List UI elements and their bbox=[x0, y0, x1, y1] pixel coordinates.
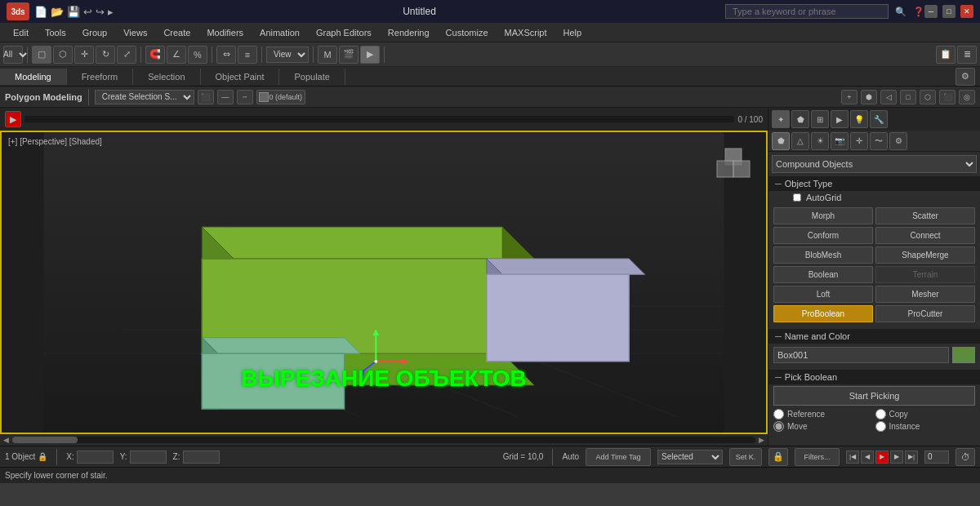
poly-tool1[interactable]: + bbox=[841, 90, 858, 104]
filters-btn[interactable]: Filters... bbox=[795, 448, 840, 466]
mirror-btn[interactable]: ⇔ bbox=[216, 46, 236, 64]
rotate-btn[interactable]: ↻ bbox=[96, 46, 115, 64]
color-swatch[interactable] bbox=[952, 347, 975, 363]
utilities-panel-tab[interactable]: 🔧 bbox=[870, 110, 888, 128]
help-icon[interactable]: ❓ bbox=[913, 7, 924, 17]
dash2-btn[interactable]: ╌ bbox=[237, 90, 253, 104]
menu-help[interactable]: Help bbox=[555, 26, 590, 39]
start-picking-button[interactable]: Start Picking bbox=[773, 386, 975, 406]
display-panel-tab[interactable]: 💡 bbox=[850, 110, 868, 128]
maximize-button[interactable]: □ bbox=[942, 5, 956, 18]
scale-btn[interactable]: ⤢ bbox=[117, 46, 136, 64]
key-lock-btn[interactable]: 🔒 bbox=[768, 448, 788, 466]
next-frame-btn[interactable]: ▶ bbox=[890, 451, 903, 464]
tab-config-btn[interactable]: ⚙ bbox=[956, 68, 975, 86]
reference-option[interactable]: Reference bbox=[773, 409, 874, 419]
poly-tool2[interactable]: ⬢ bbox=[861, 90, 877, 104]
view-dropdown[interactable]: View bbox=[266, 47, 309, 63]
selection-filter-dropdown[interactable]: All bbox=[3, 46, 23, 64]
scroll-thumb[interactable] bbox=[12, 437, 78, 443]
poly-tool5[interactable]: ⬡ bbox=[920, 90, 936, 104]
menu-modifiers[interactable]: Modifiers bbox=[198, 26, 252, 39]
angle-snap-btn[interactable]: ∠ bbox=[167, 46, 186, 64]
layer-btn[interactable]: 📋 bbox=[936, 46, 956, 64]
light-icon[interactable]: ☀ bbox=[811, 132, 829, 150]
select-object-btn[interactable]: ▢ bbox=[32, 46, 51, 64]
align-btn[interactable]: ≡ bbox=[238, 46, 257, 64]
shapemerge-button[interactable]: ShapeMerge bbox=[875, 246, 975, 264]
set-key-btn[interactable]: Set K. bbox=[729, 448, 762, 466]
layer-color-btn[interactable]: 0 (default) bbox=[256, 90, 305, 104]
poly-tool4[interactable]: □ bbox=[900, 90, 916, 104]
create-panel-tab[interactable]: ✦ bbox=[772, 110, 790, 128]
procutter-button[interactable]: ProCutter bbox=[875, 305, 975, 322]
x-input[interactable] bbox=[77, 451, 114, 464]
boolean-button[interactable]: Boolean bbox=[773, 266, 873, 283]
loft-button[interactable]: Loft bbox=[773, 286, 873, 303]
menu-customize[interactable]: Customize bbox=[438, 26, 497, 39]
time-config-btn[interactable]: ⏱ bbox=[956, 448, 975, 466]
go-end-btn[interactable]: ▶| bbox=[905, 451, 918, 464]
frame-input[interactable] bbox=[924, 451, 949, 464]
edit-poly-btn[interactable]: ⬛ bbox=[198, 90, 214, 104]
geometry-icon[interactable]: ⬟ bbox=[772, 132, 790, 150]
open-icon[interactable]: 📂 bbox=[51, 6, 64, 18]
h-scroll[interactable]: ◀ ▶ bbox=[0, 434, 768, 446]
render-setup-btn[interactable]: 🎬 bbox=[339, 46, 359, 64]
menu-animation[interactable]: Animation bbox=[252, 26, 308, 39]
system-icon[interactable]: ⚙ bbox=[889, 132, 907, 150]
save-icon[interactable]: 💾 bbox=[67, 6, 80, 18]
poly-tool3[interactable]: ◁ bbox=[880, 90, 897, 104]
tab-populate[interactable]: Populate bbox=[279, 69, 345, 85]
name-color-header[interactable]: ─ Name and Color bbox=[768, 329, 980, 344]
selection-dropdown[interactable]: Create Selection S... bbox=[95, 90, 194, 104]
search-icon[interactable]: 🔍 bbox=[895, 7, 906, 17]
connect-button[interactable]: Connect bbox=[875, 227, 975, 244]
add-time-tag-btn[interactable]: Add Time Tag bbox=[586, 448, 651, 466]
material-editor-btn[interactable]: M bbox=[318, 46, 337, 64]
go-start-btn[interactable]: |◀ bbox=[846, 451, 859, 464]
snap-toggle-btn[interactable]: 🧲 bbox=[145, 46, 165, 64]
blobmesh-button[interactable]: BlobMesh bbox=[773, 246, 873, 264]
compound-objects-dropdown[interactable]: Compound Objects bbox=[772, 155, 977, 173]
tab-modeling[interactable]: Modeling bbox=[0, 69, 67, 85]
menu-views[interactable]: Views bbox=[115, 26, 155, 39]
tab-object-paint[interactable]: Object Paint bbox=[201, 69, 280, 85]
move-option[interactable]: Move bbox=[773, 421, 874, 432]
z-input[interactable] bbox=[183, 451, 220, 464]
poly-tool6[interactable]: ⬛ bbox=[939, 90, 956, 104]
spacewarp-icon[interactable]: 〜 bbox=[870, 132, 888, 150]
dash1-btn[interactable]: — bbox=[217, 90, 234, 104]
percent-snap-btn[interactable]: % bbox=[188, 46, 207, 64]
object-type-header[interactable]: ─ Object Type bbox=[768, 176, 980, 191]
menu-maxscript[interactable]: MAXScript bbox=[497, 26, 555, 39]
prev-frame-btn[interactable]: ◀ bbox=[861, 451, 874, 464]
minimize-button[interactable]: ─ bbox=[924, 5, 938, 18]
morph-button[interactable]: Morph bbox=[773, 207, 873, 224]
poly-tool7[interactable]: ◎ bbox=[959, 90, 975, 104]
helper-icon[interactable]: ✛ bbox=[850, 132, 868, 150]
undo-icon[interactable]: ↩ bbox=[83, 6, 92, 18]
play-animation-btn[interactable]: ▶ bbox=[5, 111, 21, 127]
viewport[interactable]: [+] [Perspective] [Shaded] bbox=[0, 131, 768, 434]
menu-create[interactable]: Create bbox=[155, 26, 198, 39]
nav-cube[interactable] bbox=[713, 144, 754, 185]
modify-panel-tab[interactable]: ⬟ bbox=[791, 110, 809, 128]
scroll-track[interactable] bbox=[12, 437, 755, 443]
mode-dropdown[interactable]: Selected bbox=[657, 450, 723, 464]
search-input[interactable] bbox=[725, 4, 889, 19]
tab-selection[interactable]: Selection bbox=[133, 69, 200, 85]
menu-graph-editors[interactable]: Graph Editors bbox=[308, 26, 380, 39]
lock-icon[interactable]: 🔒 bbox=[38, 452, 47, 461]
hierarchy-panel-tab[interactable]: ⊞ bbox=[811, 110, 829, 128]
shape-icon[interactable]: △ bbox=[791, 132, 809, 150]
proboolean-button[interactable]: ProBoolean bbox=[773, 305, 873, 322]
y-input[interactable] bbox=[130, 451, 167, 464]
select-region-btn[interactable]: ⬡ bbox=[53, 46, 73, 64]
motion-panel-tab[interactable]: ▶ bbox=[831, 110, 849, 128]
menu-group[interactable]: Group bbox=[74, 26, 116, 39]
menu-edit[interactable]: Edit bbox=[5, 26, 37, 39]
conform-button[interactable]: Conform bbox=[773, 227, 873, 244]
ribbon-btn[interactable]: ≣ bbox=[957, 46, 977, 64]
scatter-button[interactable]: Scatter bbox=[875, 207, 975, 224]
